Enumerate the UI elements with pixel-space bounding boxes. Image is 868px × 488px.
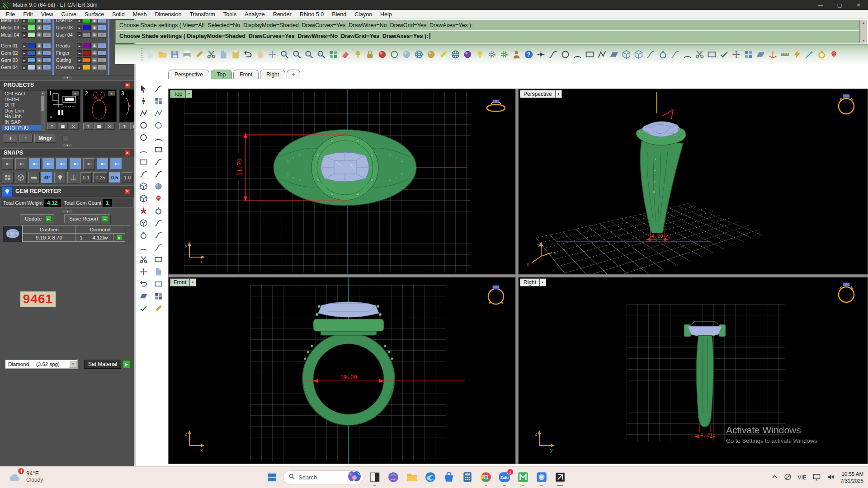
ortho-toggle[interactable]: [15, 172, 27, 183]
menu-tools[interactable]: Tools: [219, 10, 241, 19]
calculator-icon[interactable]: [460, 470, 475, 484]
file-explorer-icon[interactable]: [405, 470, 419, 484]
menu-view[interactable]: View: [37, 10, 57, 19]
layer-visibility-toggle[interactable]: I: [42, 65, 51, 70]
ring-builder-icon[interactable]: [816, 49, 827, 60]
load-icon[interactable]: [119, 123, 129, 130]
mirror-icon[interactable]: [137, 291, 150, 302]
snap-spacing-0.5[interactable]: 0.5: [109, 172, 120, 183]
ring-orientation-gizmo[interactable]: [488, 286, 504, 304]
zoom-dynamic-icon[interactable]: [279, 49, 290, 60]
store-icon[interactable]: [442, 470, 456, 484]
tab-top[interactable]: Top: [211, 70, 232, 79]
blend-icon[interactable]: [152, 242, 165, 253]
layer-color-swatch[interactable]: [28, 65, 36, 70]
delete-icon[interactable]: [69, 123, 79, 130]
layer-row-user-03[interactable]: User 03▶I: [56, 24, 107, 31]
point-tool-icon[interactable]: [536, 49, 546, 60]
collapse-icon[interactable]: ▲: [61, 210, 73, 214]
polyline-tool-icon[interactable]: [597, 49, 607, 60]
smart-track-toggle[interactable]: [67, 172, 79, 183]
split-tool-icon[interactable]: [707, 49, 717, 60]
arc-tool-icon[interactable]: [572, 49, 583, 60]
viewport-splitter-horizontal[interactable]: [168, 275, 868, 277]
project-item-ha-linh[interactable]: Ha Linh: [2, 113, 45, 119]
delete-icon[interactable]: [340, 49, 351, 60]
set-material-button[interactable]: Set Material: [84, 360, 121, 369]
menu-blend[interactable]: Blend: [328, 10, 350, 19]
select-arrow-icon[interactable]: [137, 83, 150, 94]
add-project-button[interactable]: +: [4, 134, 17, 143]
cut-icon[interactable]: [206, 49, 217, 60]
snap-point-toggle[interactable]: [29, 158, 41, 170]
layer-scrollbar[interactable]: [108, 19, 109, 75]
angle-45-toggle[interactable]: 45°: [41, 172, 53, 183]
interp-curve-icon[interactable]: [137, 169, 150, 180]
layer-row-finger[interactable]: Finger▶I: [56, 49, 107, 56]
gear-add-icon[interactable]: [499, 49, 509, 60]
save-icon[interactable]: [130, 123, 134, 130]
box-tool-icon[interactable]: [621, 49, 632, 60]
lighting-icon[interactable]: [475, 49, 485, 60]
project-list-scrollbar[interactable]: ▲: [41, 91, 45, 131]
split-icon[interactable]: [152, 254, 165, 265]
layer-expand-icon[interactable]: ▶: [77, 50, 82, 56]
panel-collapse-handle[interactable]: ▲: [0, 209, 134, 213]
snap-mid-toggle[interactable]: [42, 158, 54, 170]
pipe-icon[interactable]: [152, 205, 165, 216]
layer-expand-icon[interactable]: ▶: [77, 19, 82, 23]
move-tool-icon[interactable]: [731, 49, 741, 60]
layer-color-swatch[interactable]: [28, 32, 36, 38]
snap-near-toggle[interactable]: [15, 158, 27, 170]
revolve-icon[interactable]: [137, 230, 150, 241]
close-icon[interactable]: ✕: [124, 82, 130, 88]
lock-icon[interactable]: [91, 50, 97, 56]
layer-expand-icon[interactable]: ▶: [22, 43, 27, 48]
panel-collapse-handle[interactable]: ▼: [0, 143, 134, 147]
lock-icon[interactable]: [36, 43, 42, 48]
rendered-display-icon[interactable]: [426, 49, 436, 60]
layer-color-swatch[interactable]: [28, 50, 36, 56]
tab-perspective[interactable]: Perspective: [168, 70, 209, 79]
scroll-up-icon[interactable]: ▲: [862, 21, 865, 24]
extrude-tool-icon[interactable]: [633, 49, 644, 60]
rotate-view-icon[interactable]: [267, 49, 278, 60]
circle-tool-icon[interactable]: [560, 49, 571, 60]
menu-transform[interactable]: Transform: [185, 10, 219, 19]
bolt-tool-icon[interactable]: [792, 49, 802, 60]
circle-3pt-icon[interactable]: [152, 120, 165, 131]
snap-spacing-0.1[interactable]: 0.1: [80, 172, 92, 183]
new-file-icon[interactable]: [145, 49, 156, 60]
layer-color-swatch[interactable]: [83, 65, 91, 70]
builder-check-icon[interactable]: [137, 303, 150, 314]
close-icon[interactable]: ✕: [124, 188, 130, 194]
cylinder-icon[interactable]: [137, 193, 150, 204]
lock-objects-icon[interactable]: [365, 49, 375, 60]
ring-orientation-gizmo[interactable]: [839, 283, 854, 302]
viewport-top[interactable]: 11.70 yx Top▼: [168, 89, 516, 275]
menu-clayoo[interactable]: Clayoo: [350, 10, 376, 19]
lasso-icon[interactable]: [152, 83, 165, 94]
material-editor-icon[interactable]: [462, 49, 473, 60]
viewport-label-top[interactable]: Top▼: [170, 90, 192, 98]
gem-star-icon[interactable]: [137, 205, 150, 216]
arc-icon[interactable]: [152, 132, 165, 143]
polyline-icon[interactable]: [137, 108, 150, 119]
layer-expand-icon[interactable]: ▶: [22, 32, 27, 38]
surface-tool-icon[interactable]: [609, 49, 619, 60]
sweep-tool-icon[interactable]: [670, 49, 680, 60]
command-scrollbar[interactable]: ▲ ▼: [860, 20, 867, 43]
command-prompt[interactable]: Choose Shade settings ( DisplayMode=Shad…: [116, 31, 859, 42]
save-icon[interactable]: [94, 123, 104, 130]
layer-expand-icon[interactable]: ▶: [77, 65, 82, 70]
offset-curve-icon[interactable]: [152, 169, 165, 180]
lock-icon[interactable]: [91, 32, 97, 38]
save-icon[interactable]: [58, 123, 68, 130]
raytrace-display-icon[interactable]: [450, 49, 461, 60]
menu-file[interactable]: File: [2, 10, 19, 19]
viewport-label-perspective[interactable]: Perspective▼: [520, 90, 562, 98]
layer-visibility-toggle[interactable]: I: [42, 25, 51, 30]
network-icon[interactable]: [812, 473, 821, 483]
update-button[interactable]: Update ▶: [20, 214, 54, 223]
panel-collapse-handle[interactable]: ▼: [0, 75, 134, 80]
